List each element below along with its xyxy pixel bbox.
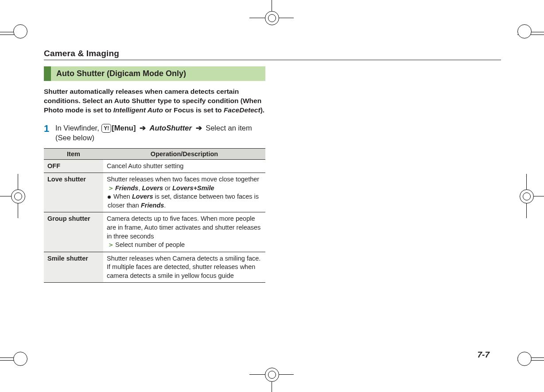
option: Lovers+Smile [172,184,214,192]
table-head-row: Item Operation/Description [44,148,265,159]
col-desc: Operation/Description [103,148,265,159]
note-term: Friends [141,202,164,209]
chevron-icon: ＞ [108,184,114,192]
menu-item: AutoShutter [150,124,192,132]
arrow-icon: ➔ [140,123,146,133]
menu-label: [Menu] [112,124,136,132]
note-text: . [164,202,166,209]
desc-options: ＞Friends, Lovers or Lovers+Smile [107,184,262,193]
desc-cell: Shutter releases when two faces move clo… [103,173,265,212]
content-column: Auto Shutter (Digicam Mode Only) Shutter… [44,66,265,283]
page-number: 7-7 [478,350,490,360]
subsection-heading: Auto Shutter (Digicam Mode Only) [44,66,265,81]
section-title: Camera & Imaging [44,49,119,58]
step-1: 1 In Viewfinder, Y![Menu] ➔ AutoShutter … [44,123,265,143]
table-row: OFF Cancel Auto shutter setting [44,159,265,173]
item-cell: Group shutter [44,212,103,252]
table-row: Smile shutter Shutter releases when Came… [44,252,265,283]
desc-line: Camera detects up to five faces. When mo… [107,215,262,241]
intro-term-2: FaceDetect [224,106,260,114]
intro-text: or Focus is set to [163,106,224,114]
item-cell: Smile shutter [44,252,103,283]
desc-cell: Shutter releases when Camera detects a s… [103,252,265,283]
col-item: Item [44,148,103,159]
intro-paragraph: Shutter automatically releases when came… [44,87,265,115]
bullet-icon [108,196,111,199]
intro-text: ). [260,106,264,114]
desc-line: Shutter releases when two faces move clo… [107,175,262,184]
step-number: 1 [44,124,55,134]
note-text: When [113,193,132,200]
chevron-icon: ＞ [108,241,114,248]
table-row: Love shutter Shutter releases when two f… [44,173,265,212]
option: Lovers [142,184,163,192]
desc-note: When Lovers is set, distance between two… [107,192,262,210]
softkey-icon: Y! [101,124,111,133]
item-cell: OFF [44,159,103,173]
note-term: Lovers [132,193,153,200]
desc-cell: Cancel Auto shutter setting [103,159,265,173]
desc-options: ＞Select number of people [107,241,262,250]
step-text: In Viewfinder, [55,124,101,132]
options-table: Item Operation/Description OFF Cancel Au… [44,148,265,283]
softkey-label: Y! [104,125,109,132]
step-body: In Viewfinder, Y![Menu] ➔ AutoShutter ➔ … [55,123,265,143]
intro-term-1: Intelligent Auto [113,106,163,114]
arrow-icon: ➔ [196,123,202,133]
option-text: Select number of people [115,241,185,248]
table-row: Group shutter Camera detects up to five … [44,212,265,252]
item-cell: Love shutter [44,173,103,212]
desc-cell: Camera detects up to five faces. When mo… [103,212,265,252]
option: Friends [115,184,138,192]
heading-text: Auto Shutter (Digicam Mode Only) [51,66,265,81]
sep: or [163,184,172,192]
page-sheet: Camera & Imaging Auto Shutter (Digicam M… [38,24,507,369]
section-rule [44,60,501,60]
heading-accent [44,66,51,81]
